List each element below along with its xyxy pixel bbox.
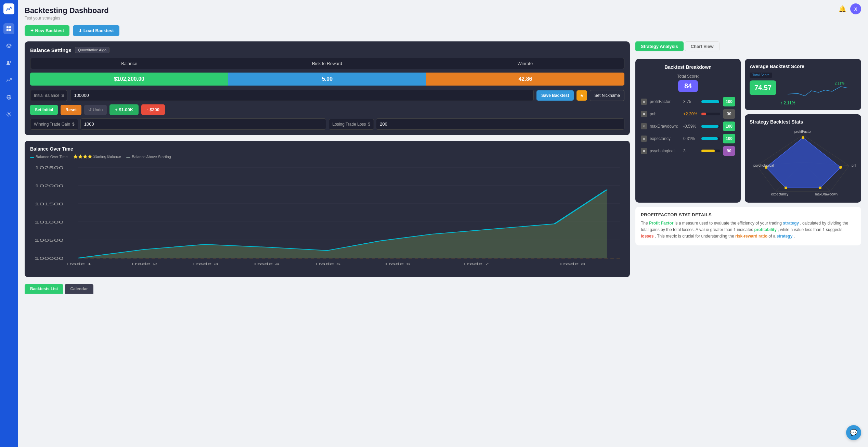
svg-rect-3 (9, 29, 11, 31)
sidebar-item-dashboard[interactable] (3, 23, 14, 34)
stat-x-profitfactor[interactable]: ✕ (641, 99, 647, 105)
top-actions: ✦ New Backtest ⬇ Load Backtest (25, 25, 861, 36)
initial-balance-row: Initial Balance $ Save Backtest ★ Set Ni… (30, 90, 624, 101)
avg-score-title: Average Backtest Score (750, 64, 856, 69)
stat-x-pnl[interactable]: ✕ (641, 111, 647, 117)
svg-text:psychological: psychological (753, 164, 774, 167)
sidebar-item-settings[interactable] (3, 109, 14, 120)
stat-value-psychological: 3 (683, 149, 699, 153)
trade-inputs-row: Winning Trade Gain $ Losing Trade Loss $ (30, 118, 624, 130)
sidebar-item-globe[interactable] (3, 92, 14, 103)
undo-button[interactable]: ↺ Undo (84, 105, 107, 115)
load-backtest-button[interactable]: ⬇ Load Backtest (73, 25, 119, 36)
radar-chart-svg: profitFactor pnl maxDrawdown expectancy … (750, 128, 856, 196)
stat-bar-psychological (701, 150, 720, 152)
svg-text:expectancy: expectancy (771, 192, 789, 196)
detail-title: PROFITFACTOR STAT DETAILS (641, 212, 856, 217)
svg-point-45 (785, 187, 787, 189)
stat-value-maxdrawdown: -0.59% (683, 124, 699, 129)
risk-display: 5.00 (228, 73, 426, 86)
stat-score-maxdrawdown: 100 (723, 122, 735, 131)
notification-icon[interactable]: 🔔 (839, 5, 846, 13)
score-change: ↑ 2.11% (780, 101, 856, 105)
reset-button[interactable]: Reset (61, 105, 81, 115)
highlight-profit-factor: Profit Factor (649, 221, 673, 226)
svg-text:Trade 1: Trade 1 (65, 262, 91, 266)
sidebar-item-people[interactable] (3, 58, 14, 68)
chat-button[interactable]: 💬 (846, 425, 861, 440)
svg-marker-4 (7, 44, 11, 47)
analysis-tabs: Strategy Analysis Chart View (635, 41, 861, 51)
score-main: 74.57 ↑ 2.11% ↑ 2.11% (750, 80, 856, 105)
avatar[interactable]: X (850, 3, 861, 14)
stat-label-maxdrawdown: maxDrawdown: (650, 124, 681, 129)
svg-rect-2 (7, 29, 9, 31)
algo-badge: Quantitative Algo (75, 47, 109, 53)
svg-point-10 (8, 114, 10, 115)
save-backtest-button[interactable]: Save Backtest (536, 90, 574, 101)
stat-psychological: ✕ psychological: 3 90 (641, 146, 735, 156)
breakdown-card: Backtest Breakdown Total Score: 84 ✕ pro… (635, 59, 741, 203)
radar-title: Strategy Backtest Stats (750, 119, 856, 125)
highlight-strategy1: strategy (783, 221, 799, 226)
sidebar-item-trending[interactable] (3, 75, 14, 86)
stat-x-psychological[interactable]: ✕ (641, 148, 647, 154)
calendar-tab[interactable]: Calendar (65, 284, 93, 294)
stat-value-expectancy: 0.31% (683, 136, 699, 141)
stat-label-expectancy: expectancy: (650, 136, 681, 141)
sidebar-item-layers[interactable] (3, 40, 14, 51)
stat-bar-expectancy (701, 137, 720, 140)
page-title: Backtesting Dashboard (25, 6, 861, 15)
main-content: Backtesting Dashboard Test your strategi… (18, 0, 868, 447)
stat-expectancy: ✕ expectancy: 0.31% 100 (641, 134, 735, 143)
svg-point-44 (819, 187, 821, 189)
stat-bar-maxdrawdown (701, 125, 720, 128)
highlight-risk-reward: risk-reward ratio (735, 234, 767, 239)
chart-legend: Balance Over Time ⭐⭐⭐⭐ Starting Balance … (30, 154, 624, 159)
stat-value-pnl: +2.20% (683, 112, 699, 116)
stat-maxdrawdown: ✕ maxDrawdown: -0.59% 100 (641, 122, 735, 131)
card-header: Balance Settings Quantitative Algo (30, 47, 624, 53)
chart-view-tab[interactable]: Chart View (685, 41, 720, 51)
balance-tabs: Balance Risk to Reward Winrate (30, 58, 624, 69)
svg-point-43 (839, 166, 842, 169)
winning-input[interactable] (80, 118, 326, 130)
initial-balance-label: Initial Balance $ (30, 90, 67, 101)
stat-score-psychological: 90 (723, 146, 735, 156)
tab-balance[interactable]: Balance (30, 58, 228, 69)
sub-button[interactable]: - $200 (141, 104, 165, 115)
stat-pnl: ✕ pnl: +2.20% 30 (641, 109, 735, 119)
stat-score-profitfactor: 100 (723, 97, 735, 106)
new-backtest-button[interactable]: ✦ New Backtest (25, 25, 69, 36)
dollar-sign: $ (62, 93, 64, 98)
bottom-tabs: Backtests List Calendar (25, 284, 630, 294)
stat-x-expectancy[interactable]: ✕ (641, 136, 647, 142)
stat-x-maxdrawdown[interactable]: ✕ (641, 123, 647, 129)
highlight-profitability: profitability (754, 227, 777, 232)
losing-input[interactable] (376, 118, 624, 130)
action-row: Set Initial Reset ↺ Undo + $1.00K - $200 (30, 104, 624, 115)
balance-settings-card: Balance Settings Quantitative Algo Balan… (25, 41, 630, 135)
strategy-analysis-tab[interactable]: Strategy Analysis (635, 41, 684, 51)
svg-rect-0 (7, 26, 9, 28)
winning-label: Winning Trade Gain $ (30, 119, 78, 130)
svg-point-6 (10, 61, 11, 63)
star-button[interactable]: ★ (576, 90, 587, 101)
backtests-list-tab[interactable]: Backtests List (25, 284, 63, 294)
value-display-row: $102,200.00 5.00 42.86 (30, 73, 624, 86)
profitfactor-detail-card: PROFITFACTOR STAT DETAILS The Profit Fac… (635, 207, 861, 245)
set-initial-button[interactable]: Set Initial (30, 105, 58, 115)
svg-text:101000: 101000 (35, 220, 64, 224)
stat-bar-profitfactor (701, 100, 720, 103)
breakdown-title: Backtest Breakdown (641, 64, 735, 70)
add-button[interactable]: + $1.00K (109, 104, 139, 115)
initial-balance-input[interactable] (70, 90, 534, 101)
tab-risk-to-reward[interactable]: Risk to Reward (228, 58, 426, 69)
svg-text:Trade 6: Trade 6 (384, 262, 411, 266)
set-nickname-button[interactable]: Set Nickname (590, 90, 624, 101)
card-title: Balance Settings (30, 47, 72, 53)
svg-text:Trade 8: Trade 8 (559, 262, 585, 266)
tab-winrate[interactable]: Winrate (426, 58, 624, 69)
right-column: Strategy Analysis Chart View Backtest Br… (635, 41, 861, 294)
total-score-badge: 84 (678, 80, 698, 92)
